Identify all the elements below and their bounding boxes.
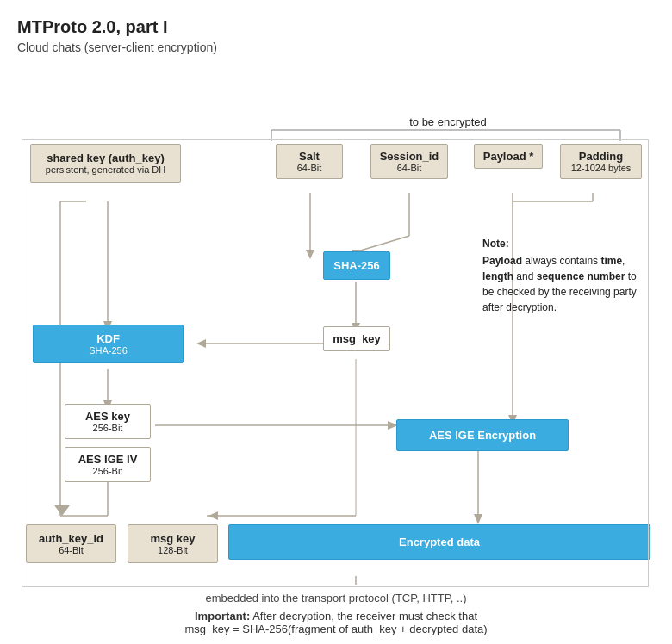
bottom-section: embedded into the transport protocol (TC… [17, 591, 655, 635]
svg-marker-6 [306, 250, 314, 259]
aes-iv-sublabel: 256-Bit [69, 466, 146, 476]
aes-key-box: AES key 256-Bit [65, 404, 151, 439]
aes-ige-box: AES IGE Encryption [396, 419, 569, 451]
salt-label: Salt [280, 150, 339, 163]
svg-marker-27 [208, 511, 218, 520]
bottom-line2: Important: After decryption, the receive… [17, 610, 655, 622]
kdf-sublabel: SHA-256 [37, 345, 179, 356]
shared-key-sublabel: persistent, generated via DH [36, 164, 175, 175]
svg-marker-17 [196, 339, 206, 348]
salt-box: Salt 64-Bit [276, 144, 343, 179]
subtitle: Cloud chats (server-client encryption) [17, 40, 655, 54]
msg-key-bot-sublabel: 128-Bit [132, 545, 214, 555]
sha256-label: SHA-256 [327, 259, 386, 272]
shared-key-label: shared key (auth_key) [36, 152, 175, 164]
bottom-line3: msg_key = SHA-256(fragment of auth_key +… [17, 622, 655, 635]
bottom-line2-rest: After decryption, the receiver must chec… [250, 610, 477, 622]
tbe-label: to be encrypted [362, 115, 534, 128]
important-label: Important: [195, 610, 250, 622]
auth-key-id-label: auth_key_id [30, 532, 112, 545]
padding-sublabel: 12-1024 bytes [564, 163, 638, 173]
diagram: to be encrypted shared key (auth_key) pe… [17, 68, 655, 585]
payload-box: Payload * [474, 144, 543, 169]
note-box: Note: Payload always contains time, leng… [482, 236, 642, 315]
msg-key-label: msg_key [327, 332, 386, 345]
svg-line-8 [358, 236, 409, 251]
session-id-sublabel: 64-Bit [375, 163, 444, 173]
session-id-label: Session_id [375, 150, 444, 163]
aes-ige-label: AES IGE Encryption [401, 429, 564, 442]
auth-key-id-box: auth_key_id 64-Bit [26, 524, 116, 563]
svg-marker-24 [474, 514, 482, 524]
payload-label: Payload * [478, 150, 538, 163]
aes-key-label: AES key [69, 410, 146, 423]
msg-key-box: msg_key [323, 326, 390, 351]
msg-key-bot-label: msg key [132, 532, 214, 545]
encrypted-data-label: Encrypted data [233, 536, 646, 548]
note-text: Payload always contains time, length and… [482, 253, 642, 315]
kdf-box: KDF SHA-256 [33, 325, 184, 363]
note-title: Note: [482, 236, 642, 251]
bottom-line1: embedded into the transport protocol (TC… [17, 591, 655, 604]
padding-label: Padding [564, 150, 638, 163]
session-id-box: Session_id 64-Bit [370, 144, 448, 179]
salt-sublabel: 64-Bit [280, 163, 339, 173]
aes-iv-label: AES IGE IV [69, 453, 146, 466]
msg-key-bot-box: msg key 128-Bit [128, 524, 218, 563]
aes-iv-box: AES IGE IV 256-Bit [65, 447, 151, 482]
svg-marker-31 [54, 505, 70, 516]
page-title: MTProto 2.0, part I [17, 17, 655, 37]
padding-box: Padding 12-1024 bytes [560, 144, 642, 179]
kdf-label: KDF [37, 332, 179, 345]
shared-key-box: shared key (auth_key) persistent, genera… [30, 144, 181, 183]
sha256-box: SHA-256 [323, 251, 390, 280]
encrypted-data-box: Encrypted data [228, 524, 650, 560]
auth-key-id-sublabel: 64-Bit [30, 545, 112, 555]
aes-key-sublabel: 256-Bit [69, 423, 146, 433]
